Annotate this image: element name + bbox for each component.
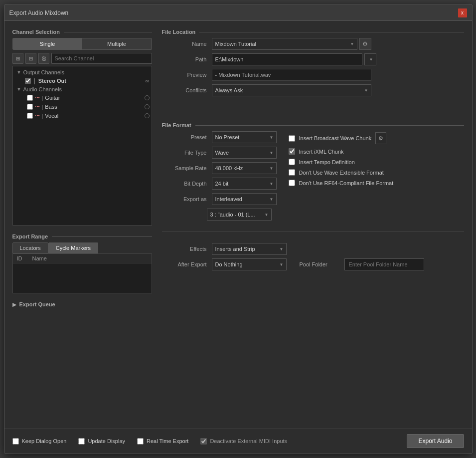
name-select[interactable]: Mixdown Tutorial [212, 38, 357, 50]
bit-depth-select[interactable]: 24 bit [212, 178, 277, 190]
bass-checkbox[interactable] [27, 104, 33, 110]
real-time-export-checkbox[interactable] [137, 438, 144, 445]
bass-monitor-icon [145, 104, 150, 109]
preview-row: Preview - Mixdown Tutorial.wav [162, 69, 464, 81]
effects-select[interactable]: Inserts and Strip [212, 243, 287, 255]
conflicts-control: Always Ask [212, 84, 371, 96]
stereo-out-checkbox[interactable] [25, 78, 31, 84]
path-dropdown[interactable] [364, 53, 376, 65]
bass-wave-icon: 〜 [35, 103, 40, 110]
no-rf64-checkbox[interactable] [289, 180, 295, 186]
single-multiple-toggle: Single Multiple [12, 38, 152, 50]
export-as-row: Export as Interleaved [162, 193, 277, 205]
effects-select-wrap: Inserts and Strip [212, 243, 287, 255]
name-control: Mixdown Tutorial ⚙ [212, 38, 371, 50]
expand-all-button[interactable]: ⊞ [12, 53, 23, 64]
guitar-name: Guitar [45, 95, 60, 101]
stereo-out-pipe: | [34, 77, 35, 84]
path-input[interactable] [212, 53, 362, 65]
export-audio-button[interactable]: Export Audio [407, 434, 464, 448]
ixml-checkbox[interactable] [289, 148, 295, 155]
preview-value: - Mixdown Tutorial.wav [212, 69, 371, 81]
locators-tab[interactable]: Locators [12, 242, 48, 253]
name-gear-button[interactable]: ⚙ [359, 38, 371, 50]
channel-sub-select[interactable]: 3 : "audio - 01 (L... [207, 209, 272, 221]
preview-control: - Mixdown Tutorial.wav [212, 69, 371, 81]
search-input[interactable] [51, 53, 152, 64]
vocal-name: Vocal [45, 113, 58, 119]
preset-select[interactable]: No Preset [212, 131, 277, 143]
preset-row: Preset No Preset [162, 131, 277, 143]
export-as-label: Export as [162, 196, 207, 202]
effects-label: Effects [162, 246, 207, 252]
pool-folder-input[interactable] [344, 258, 424, 270]
export-as-select[interactable]: Interleaved [212, 193, 277, 205]
after-export-pool-row: After Export Do Nothing Pool Folder [162, 258, 464, 270]
guitar-item[interactable]: 〜 | Guitar [13, 93, 152, 102]
export-queue-label: ▶ Export Queue [12, 301, 152, 307]
channel-tree: ▼ Output Channels | Stereo Out ∞ ▼ Audio… [12, 66, 152, 226]
bit-depth-select-wrap: 24 bit [212, 178, 277, 190]
conflicts-label: Conflicts [162, 87, 207, 93]
guitar-monitor-icon [145, 95, 150, 100]
range-table-header: ID Name [13, 254, 152, 263]
deactivate-midi-label[interactable]: Deactivate External MIDI Inputs [200, 438, 287, 445]
real-time-export-label[interactable]: Real Time Export [137, 438, 188, 445]
channel-selection-label: Channel Selection [12, 29, 152, 35]
dialog-body: Channel Selection Single Multiple ⊞ ⊟ ⛓ … [4, 21, 472, 429]
tempo-definition-checkbox[interactable] [289, 159, 295, 165]
guitar-pipe: | [42, 95, 43, 101]
export-range-label: Export Range [12, 233, 152, 239]
vocal-checkbox[interactable] [27, 113, 33, 119]
broadcast-wave-label: Insert Broadcast Wave Chunk [299, 135, 372, 141]
vocal-item[interactable]: 〜 | Vocal [13, 111, 152, 120]
sample-rate-select[interactable]: 48.000 kHz [212, 162, 277, 174]
collapse-all-button[interactable]: ⊟ [25, 53, 36, 64]
stereo-out-item[interactable]: | Stereo Out ∞ [13, 76, 152, 85]
single-button[interactable]: Single [13, 38, 82, 49]
broadcast-wave-row: Insert Broadcast Wave Chunk ⚙ [289, 132, 394, 144]
no-wave-extensible-label: Don't Use Wave Extensible Format [299, 170, 384, 176]
after-export-select[interactable]: Do Nothing [212, 258, 287, 270]
deactivate-midi-checkbox[interactable] [200, 438, 207, 445]
update-display-checkbox[interactable] [78, 438, 85, 445]
file-location-section: File Location Name Mixdown Tutorial ⚙ [162, 29, 464, 100]
bass-pipe: | [42, 104, 43, 110]
file-type-row: File Type Wave [162, 147, 277, 159]
keep-dialog-open-checkbox[interactable] [12, 438, 19, 445]
update-display-label[interactable]: Update Display [78, 438, 125, 445]
broadcast-wave-gear[interactable]: ⚙ [375, 132, 386, 144]
cycle-markers-tab[interactable]: Cycle Markers [48, 242, 98, 253]
file-format-right: Insert Broadcast Wave Chunk ⚙ Insert iXM… [289, 131, 394, 221]
export-as-select-wrap: Interleaved [212, 193, 277, 205]
name-label: Name [162, 41, 207, 47]
audio-channels-group: ▼ Audio Channels [13, 85, 152, 93]
name-select-wrap: Mixdown Tutorial [212, 38, 357, 50]
file-location-label: File Location [162, 29, 464, 35]
file-type-select[interactable]: Wave [212, 147, 277, 159]
bass-item[interactable]: 〜 | Bass [13, 102, 152, 111]
no-wave-extensible-row: Don't Use Wave Extensible Format [289, 169, 394, 176]
pool-folder-label: Pool Folder [300, 261, 339, 267]
right-panel: File Location Name Mixdown Tutorial ⚙ [162, 29, 464, 421]
keep-dialog-open-label[interactable]: Keep Dialog Open [12, 438, 67, 445]
audio-channels-arrow: ▼ [17, 87, 21, 92]
no-wave-extensible-checkbox[interactable] [289, 169, 295, 176]
conflicts-select[interactable]: Always Ask [212, 84, 371, 96]
ixml-label: Insert iXML Chunk [299, 149, 344, 155]
stereo-out-icon: ∞ [146, 78, 150, 84]
effects-after-export-section: Effects Inserts and Strip After Export D… [162, 243, 464, 274]
channel-select-row: 3 : "audio - 01 (L... [162, 209, 277, 221]
link-button[interactable]: ⛓ [38, 53, 49, 64]
preview-label: Preview [162, 72, 207, 78]
guitar-checkbox[interactable] [27, 95, 33, 101]
dialog-title: Export Audio Mixdown [9, 9, 69, 16]
file-format-section: File Format Preset No Preset [162, 122, 464, 221]
queue-arrow-icon: ▶ [12, 302, 16, 307]
close-button[interactable]: x [458, 8, 467, 17]
multiple-button[interactable]: Multiple [82, 38, 152, 49]
divider-2 [162, 231, 464, 232]
guitar-wave-icon: 〜 [35, 94, 40, 101]
name-row: Name Mixdown Tutorial ⚙ [162, 38, 464, 50]
broadcast-wave-checkbox[interactable] [289, 135, 295, 142]
